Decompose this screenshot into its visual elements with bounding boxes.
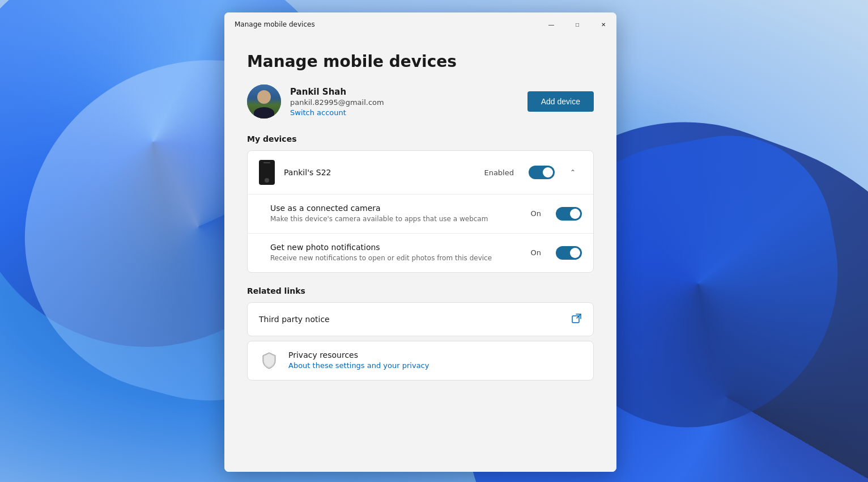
privacy-title: Privacy resources: [288, 350, 429, 360]
feature-info-camera: Use as a connected camera Make this devi…: [270, 204, 522, 224]
feature-row-camera: Use as a connected camera Make this devi…: [248, 195, 593, 234]
user-name: Pankil Shah: [290, 87, 384, 97]
shield-icon: [259, 350, 279, 371]
title-bar-label: Manage mobile devices: [235, 20, 315, 28]
feature-title-camera: Use as a connected camera: [270, 204, 522, 213]
title-bar-controls: — □ ✕: [538, 19, 616, 29]
title-bar: Manage mobile devices — □ ✕: [224, 12, 616, 36]
feature-status-camera: On: [531, 209, 541, 218]
avatar-silhouette: [247, 84, 281, 119]
user-info: Pankil Shah pankil.82995@gmail.com Switc…: [247, 84, 384, 119]
privacy-card: Privacy resources About these settings a…: [247, 341, 594, 380]
camera-toggle[interactable]: [556, 207, 582, 221]
feature-desc-camera: Make this device's camera available to a…: [270, 214, 522, 224]
feature-title-photos: Get new photo notifications: [270, 243, 522, 252]
third-party-notice-link[interactable]: Third party notice: [247, 302, 594, 336]
third-party-notice-text: Third party notice: [259, 315, 330, 324]
device-name: Pankil's S22: [284, 168, 475, 177]
page-title: Manage mobile devices: [247, 52, 594, 71]
maximize-button[interactable]: □: [564, 15, 590, 33]
related-links-label: Related links: [247, 286, 594, 295]
dialog-content: Manage mobile devices Pankil Shah pankil…: [224, 36, 616, 472]
photos-toggle[interactable]: [556, 246, 582, 260]
device-status: Enabled: [484, 168, 514, 177]
phone-icon: [259, 160, 275, 185]
feature-row-photos: Get new photo notifications Receive new …: [248, 234, 593, 272]
close-button[interactable]: ✕: [590, 15, 616, 33]
dialog-window: Manage mobile devices — □ ✕ Manage mobil…: [224, 12, 616, 472]
feature-info-photos: Get new photo notifications Receive new …: [270, 243, 522, 263]
device-card: Pankil's S22 Enabled ⌃ Use as a connecte…: [247, 150, 594, 273]
related-links-section: Related links Third party notice: [247, 286, 594, 380]
external-link-icon: [572, 313, 582, 325]
avatar: [247, 84, 281, 119]
device-expand-button[interactable]: ⌃: [564, 163, 582, 181]
privacy-info: Privacy resources About these settings a…: [288, 350, 429, 370]
device-row: Pankil's S22 Enabled ⌃: [248, 151, 593, 195]
user-section: Pankil Shah pankil.82995@gmail.com Switc…: [247, 84, 594, 119]
switch-account-link[interactable]: Switch account: [290, 108, 384, 117]
add-device-button[interactable]: Add device: [527, 91, 594, 112]
user-email: pankil.82995@gmail.com: [290, 98, 384, 107]
my-devices-label: My devices: [247, 134, 594, 143]
device-enabled-toggle[interactable]: [529, 166, 555, 179]
feature-desc-photos: Receive new notifications to open or edi…: [270, 253, 522, 263]
user-details: Pankil Shah pankil.82995@gmail.com Switc…: [290, 87, 384, 117]
privacy-link[interactable]: About these settings and your privacy: [288, 361, 429, 370]
feature-status-photos: On: [531, 248, 541, 257]
minimize-button[interactable]: —: [538, 15, 564, 33]
